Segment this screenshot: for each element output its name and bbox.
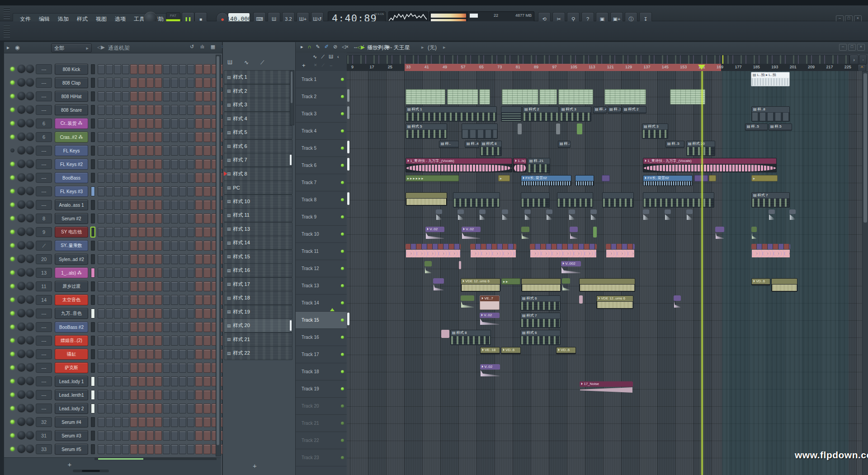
clip-17_Noise[interactable]: ⏵ 17_Noise	[580, 381, 633, 393]
step-cell[interactable]	[106, 91, 113, 101]
step-cell[interactable]	[155, 363, 162, 373]
step-cell[interactable]	[106, 227, 113, 237]
step-cell[interactable]	[179, 444, 186, 454]
step-cell[interactable]	[203, 241, 211, 251]
clip-slivp[interactable]	[579, 295, 583, 304]
step-cell[interactable]	[130, 431, 137, 441]
step-cell[interactable]	[138, 91, 146, 101]
channel-volume-knob[interactable]	[26, 363, 34, 371]
track-led[interactable]	[341, 318, 344, 322]
pattern-item-样式 7[interactable]: ▤样式 7	[224, 153, 292, 167]
channel-button[interactable]: FL Keys #3	[55, 186, 88, 197]
step-cell[interactable]	[179, 295, 186, 305]
step-cell[interactable]	[138, 64, 146, 74]
step-cell[interactable]	[155, 322, 162, 332]
step-cell[interactable]	[171, 444, 178, 454]
step-cell[interactable]	[195, 363, 203, 373]
clip-gdecay[interactable]	[425, 261, 432, 274]
playlist-vscrollbar[interactable]	[862, 71, 868, 475]
channel-mute-led[interactable]	[10, 81, 14, 85]
step-cell[interactable]	[98, 64, 105, 74]
clip-pdecay[interactable]	[715, 227, 724, 239]
channel-target-number[interactable]: ---	[36, 64, 52, 74]
step-cell[interactable]	[146, 132, 154, 142]
pattern-vscrollbar[interactable]	[290, 70, 294, 125]
step-cell[interactable]	[163, 64, 170, 74]
track-led[interactable]	[341, 284, 344, 287]
step-cell[interactable]	[203, 349, 211, 359]
clip-pdecay[interactable]	[674, 295, 681, 308]
clip-slivg[interactable]	[577, 124, 582, 134]
step-cell[interactable]	[163, 159, 170, 169]
clip-VDE 12..ums 6[interactable]: ⏵ VDE 12..ums 6	[461, 278, 500, 292]
step-cell[interactable]	[195, 119, 203, 128]
step-cell[interactable]	[146, 336, 154, 346]
step-cell[interactable]	[122, 336, 129, 346]
step-cell[interactable]	[122, 268, 129, 278]
step-cell[interactable]	[203, 268, 211, 278]
step-cell[interactable]	[155, 309, 162, 318]
clip-VD..6[interactable]: ⏵ VD..6	[751, 278, 770, 285]
step-cell[interactable]	[138, 363, 146, 373]
step-cell[interactable]	[171, 214, 178, 223]
clip-audio[interactable]	[502, 89, 538, 104]
clip-pat[interactable]	[643, 192, 714, 208]
channel-button[interactable]: Analo..ass 1	[55, 200, 88, 210]
channel-pan-knob[interactable]	[18, 228, 25, 235]
clip-edgew[interactable]	[347, 313, 349, 325]
step-cell[interactable]	[114, 241, 121, 251]
step-cell[interactable]	[163, 404, 170, 413]
channel-pan-knob[interactable]	[18, 214, 25, 222]
channel-volume-knob[interactable]	[26, 214, 34, 222]
clip-tick[interactable]	[665, 209, 671, 220]
step-cell[interactable]	[171, 417, 178, 427]
step-cell[interactable]	[171, 281, 178, 291]
step-cell[interactable]	[98, 105, 105, 115]
step-cell[interactable]	[122, 376, 129, 386]
playlist-maximize[interactable]: □	[848, 44, 856, 51]
clip-样式 3[interactable]: ▤ 样式 3	[560, 106, 591, 122]
clip-样式 8[interactable]: ▤ 样式 8	[450, 330, 491, 345]
clip-1_黄诗扶 - 九万字_(Vocals)[interactable]: ⏵ 1_黄诗扶 - 九万字_(Vocals)	[643, 158, 777, 172]
track-led[interactable]	[341, 95, 344, 98]
channel-pan-knob[interactable]	[18, 241, 25, 249]
step-cell[interactable]	[195, 390, 203, 400]
track-label-Track 23[interactable]: Track 23	[296, 449, 347, 466]
channel-target-number[interactable]: ---	[36, 309, 52, 318]
rack-filter-dropdown[interactable]: 全部▸	[51, 43, 92, 52]
channel-pan-knob[interactable]	[18, 65, 25, 72]
track-label-Track 3[interactable]: Track 3	[296, 105, 347, 123]
channel-selector[interactable]	[91, 281, 95, 291]
track-label-Track 21[interactable]: Track 21	[296, 415, 347, 432]
step-cell[interactable]	[195, 146, 203, 156]
step-cell[interactable]	[163, 105, 170, 115]
step-cell[interactable]	[155, 91, 162, 101]
clip-▸[interactable]: ▸	[751, 175, 778, 181]
clip-V..002[interactable]: ⏵ V..002	[561, 261, 581, 274]
step-cell[interactable]	[203, 186, 211, 196]
channel-target-number[interactable]: 6	[36, 119, 52, 128]
step-cell[interactable]	[163, 376, 170, 386]
step-cell[interactable]	[138, 173, 146, 183]
step-cell[interactable]	[98, 322, 105, 332]
step-cell[interactable]	[155, 241, 162, 251]
channel-pan-knob[interactable]	[18, 92, 25, 100]
step-cell[interactable]	[138, 417, 146, 427]
clip-beat[interactable]	[530, 244, 597, 258]
step-cell[interactable]	[114, 349, 121, 359]
step-cell[interactable]	[171, 159, 178, 169]
track-led[interactable]	[341, 353, 344, 356]
step-cell[interactable]	[195, 322, 203, 332]
track-label-Track 7[interactable]: Track 7	[296, 174, 347, 191]
clip-olivew[interactable]	[771, 278, 797, 292]
track-label-Track 14[interactable]: Track 14	[296, 294, 347, 312]
channel-target-number[interactable]: ---	[36, 146, 52, 156]
channel-pan-knob[interactable]	[18, 390, 25, 398]
clip-olivew[interactable]	[579, 278, 635, 292]
step-cell[interactable]	[138, 227, 146, 237]
step-cell[interactable]	[138, 404, 146, 413]
step-cell[interactable]	[114, 186, 121, 196]
step-cell[interactable]	[155, 159, 162, 169]
step-cell[interactable]	[138, 241, 146, 251]
step-cell[interactable]	[155, 376, 162, 386]
